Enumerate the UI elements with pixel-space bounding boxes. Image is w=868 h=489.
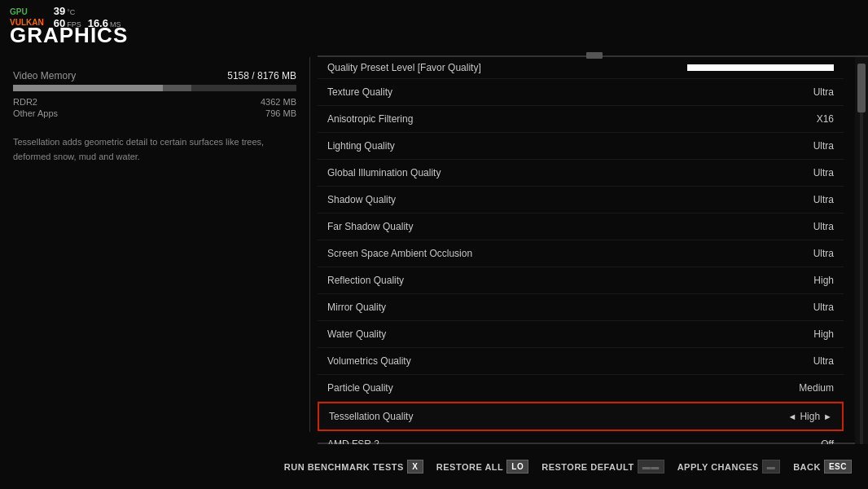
- memory-section: Video Memory 5158 / 8176 MB RDR2 4362 MB…: [13, 70, 296, 119]
- setting-value: Ultra: [813, 140, 834, 152]
- scrollbar[interactable]: [855, 57, 868, 448]
- back-button[interactable]: Back ESC: [793, 460, 852, 474]
- memory-bar: [13, 85, 296, 91]
- setting-value: Ultra: [813, 194, 834, 205]
- setting-value: Ultra: [813, 302, 834, 313]
- settings-list: Quality Preset Level [Favor Quality]Text…: [318, 57, 844, 448]
- description-text: Tessellation adds geometric detail to ce…: [13, 135, 296, 164]
- setting-row[interactable]: Reflection QualityHigh: [318, 267, 844, 294]
- setting-value: High: [813, 275, 834, 286]
- scrollbar-thumb[interactable]: [857, 64, 866, 112]
- apply-changes-label: Apply Changes: [677, 462, 759, 472]
- rdr2-value: 4362 MB: [261, 97, 296, 107]
- vertical-divider: [309, 57, 310, 432]
- setting-value: High: [813, 328, 834, 340]
- setting-name: Lighting Quality: [327, 140, 395, 152]
- temp-unit: °C: [67, 8, 75, 16]
- setting-name: Particle Quality: [327, 382, 393, 394]
- other-apps-label: Other Apps: [13, 108, 58, 118]
- rdr2-row: RDR2 4362 MB: [13, 96, 296, 108]
- right-arrow-icon[interactable]: ►: [823, 412, 832, 421]
- memory-value: 5158 / 8176 MB: [227, 70, 296, 82]
- setting-value: Ultra: [813, 221, 834, 232]
- restore-all-label: Restore All: [436, 462, 504, 472]
- setting-row[interactable]: Lighting QualityUltra: [318, 133, 844, 160]
- setting-value: Ultra: [813, 248, 834, 259]
- memory-label: Video Memory: [13, 70, 76, 82]
- setting-row[interactable]: Particle QualityMedium: [318, 375, 844, 402]
- temp-value: 39: [54, 5, 65, 17]
- setting-row[interactable]: Screen Space Ambient OcclusionUltra: [318, 240, 844, 267]
- setting-value: ◄ High ►: [788, 411, 832, 422]
- setting-row[interactable]: Anisotropic FilteringX16: [318, 106, 844, 133]
- restore-default-button[interactable]: Restore Default ▬▬: [541, 460, 664, 474]
- setting-row[interactable]: Mirror QualityUltra: [318, 294, 844, 321]
- run-benchmark-label: Run Benchmark Tests: [284, 462, 404, 472]
- setting-value: Medium: [799, 382, 834, 394]
- setting-name: Mirror Quality: [327, 302, 386, 313]
- setting-row[interactable]: Tessellation Quality◄ High ►: [318, 402, 844, 431]
- run-benchmark-button[interactable]: Run Benchmark Tests X: [284, 460, 423, 474]
- setting-row[interactable]: Water QualityHigh: [318, 321, 844, 348]
- setting-name: Screen Space Ambient Occlusion: [327, 248, 472, 259]
- setting-name: Reflection Quality: [327, 275, 404, 286]
- setting-value: Ultra: [813, 167, 834, 178]
- left-arrow-icon[interactable]: ◄: [788, 412, 797, 421]
- bottom-bar: Run Benchmark Tests X Restore All LO Res…: [0, 444, 868, 489]
- setting-row[interactable]: Quality Preset Level [Favor Quality]: [318, 57, 844, 79]
- back-key: ESC: [824, 460, 852, 474]
- setting-name: Texture Quality: [327, 86, 392, 98]
- page-title: GRAPHICS: [10, 23, 128, 48]
- back-label: Back: [793, 462, 821, 472]
- setting-name: Water Quality: [327, 328, 386, 340]
- setting-value: X16: [817, 113, 834, 125]
- apply-changes-key: ▬: [762, 460, 781, 474]
- rdr2-label: RDR2: [13, 97, 37, 107]
- setting-name: Far Shadow Quality: [327, 221, 413, 232]
- left-panel: Video Memory 5158 / 8176 MB RDR2 4362 MB…: [0, 57, 309, 432]
- setting-name: Tessellation Quality: [329, 411, 413, 422]
- setting-row[interactable]: Global Illumination QualityUltra: [318, 160, 844, 187]
- app-rows: RDR2 4362 MB Other Apps 796 MB: [13, 96, 296, 119]
- setting-row[interactable]: Shadow QualityUltra: [318, 187, 844, 214]
- setting-name: Shadow Quality: [327, 194, 396, 205]
- run-benchmark-key: X: [407, 460, 423, 474]
- restore-all-key: LO: [506, 460, 528, 474]
- setting-value: [687, 64, 834, 71]
- setting-row[interactable]: Texture QualityUltra: [318, 79, 844, 106]
- other-apps-value: 796 MB: [265, 108, 296, 118]
- scrollbar-track: [860, 64, 863, 448]
- apply-changes-button[interactable]: Apply Changes ▬: [677, 460, 781, 474]
- setting-row[interactable]: Volumetrics QualityUltra: [318, 348, 844, 375]
- setting-row[interactable]: Far Shadow QualityUltra: [318, 214, 844, 240]
- setting-name: Volumetrics Quality: [327, 355, 411, 367]
- restore-default-label: Restore Default: [541, 462, 633, 472]
- restore-default-key: ▬▬: [638, 460, 664, 474]
- other-apps-row: Other Apps 796 MB: [13, 108, 296, 119]
- setting-name: Global Illumination Quality: [327, 167, 441, 178]
- restore-all-button[interactable]: Restore All LO: [436, 460, 528, 474]
- setting-value: Ultra: [813, 86, 834, 98]
- setting-value: Ultra: [813, 355, 834, 367]
- right-panel[interactable]: Quality Preset Level [Favor Quality]Text…: [318, 57, 844, 448]
- gpu-label: GPU: [10, 7, 44, 17]
- setting-name: Anisotropic Filtering: [327, 113, 413, 125]
- setting-name: Quality Preset Level [Favor Quality]: [327, 62, 481, 73]
